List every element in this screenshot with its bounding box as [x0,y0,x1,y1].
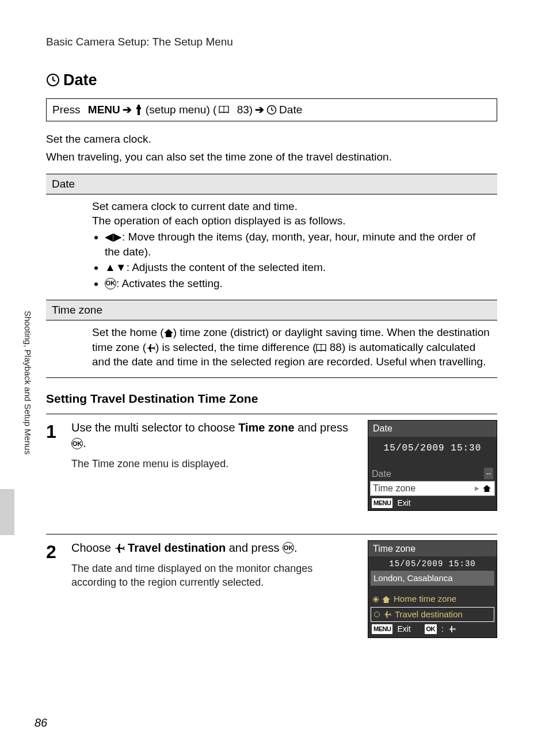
screen2-opt1-label: Home time zone [394,593,456,605]
steps-list: 1 Use the multi selector to choose Time … [46,414,497,660]
screen2-opt2-label: Travel destination [395,609,463,620]
step-1-desc: The Time zone menu is displayed. [71,457,354,471]
wrench-icon [134,105,143,115]
screen1-title: Date [368,421,497,437]
home-icon [482,484,492,492]
manual-page: Basic Camera Setup: The Setup Menu Date … [0,0,549,756]
clock-icon [266,105,277,115]
table-body-timezone: Set the home () time zone (district) or … [46,320,497,377]
side-tab [0,489,14,535]
triangle-right-icon [113,231,122,243]
screen2-title: Time zone [368,541,497,557]
camera-screen-1: Date 15/05/2009 15:30 Date -- Time zone … [368,420,497,510]
step-1-lead-b: Time zone [238,421,294,434]
screen1-row1-label: Date [372,468,391,480]
nav-date-text: Date [279,102,302,117]
screen1-row-date: Date -- [368,467,497,482]
plane-icon [448,626,456,632]
nav-press: Press [52,102,81,117]
date-bullet-1-text: : Move through the items (day, month, ye… [105,231,475,258]
page-number: 86 [35,715,47,731]
step-2-lead-b: Travel destination [128,541,226,554]
plane-icon [115,544,125,553]
camera-screen-2: Time zone 15/05/2009 15:30 London, Casab… [368,540,497,638]
triangle-down-icon [116,261,127,273]
radio-off-icon [374,612,380,617]
home-icon [164,329,173,337]
date-bullet-3: OK: Activates the setting. [105,276,491,291]
table-body-date: Set camera clock to current date and tim… [46,194,497,300]
options-table: Date Set camera clock to current date an… [46,174,497,378]
subheading-travel: Setting Travel Destination Time Zone [46,391,497,407]
screen2-option-home: Home time zone [368,591,497,606]
step-1-lead-c: and press [295,421,348,434]
intro-p1: Set the camera clock. [46,132,497,147]
book-icon [219,106,229,114]
step-number: 1 [46,420,63,510]
tz-text-1: Set the home ( [92,326,164,338]
arrow-right-icon: ➔ [255,102,264,117]
step-1: 1 Use the multi selector to choose Time … [46,414,497,533]
menu-button-label: MENU [88,102,120,117]
date-bullet-3-text: : Activates the setting. [116,277,223,289]
navigation-path-box: Press MENU ➔ (setup menu) ( 83) ➔ Date [46,98,497,121]
screen2-footer: MENU Exit OK : [368,622,497,636]
ok-icon: OK [71,438,83,449]
screen1-footer: MENU Exit [368,496,497,510]
screen1-datetime: 15/05/2009 15:30 [368,437,497,460]
step-2: 2 Choose Travel destination and press OK… [46,534,497,661]
triangle-left-icon [105,231,113,243]
triangle-right-icon: ▶ [475,484,479,492]
step-2-lead-c: and press [226,541,283,554]
step-1-lead: Use the multi selector to choose Time zo… [71,420,354,451]
section-title: Date [46,70,497,90]
step-2-lead-a: Choose [71,541,115,554]
nav-setup-text: (setup menu) ( [146,102,217,117]
screen1-exit: Exit [397,498,410,509]
screen1-row2-label: Time zone [373,482,415,495]
plane-icon [383,611,391,618]
home-icon [382,596,390,603]
intro-text: Set the camera clock. When traveling, yo… [46,132,497,165]
screen1-row-timezone: Time zone ▶ [370,481,495,496]
date-desc-2: The operation of each option displayed i… [92,213,491,228]
screen1-row1-value: -- [484,468,493,479]
step-2-lead: Choose Travel destination and press OK. [71,540,354,556]
date-desc-1: Set camera clock to current date and tim… [92,199,491,214]
breadcrumb: Basic Camera Setup: The Setup Menu [46,35,497,49]
date-bullet-2-text: : Adjusts the content of the selected it… [127,261,326,273]
screen2-location: London, Casablanca [371,571,494,586]
menu-chip: MENU [372,624,392,634]
triangle-up-icon [105,261,116,273]
ok-chip: OK [425,624,437,634]
tz-text-3: ) is selected, the time difference ( [155,341,317,353]
screen2-option-travel: Travel destination [371,607,494,622]
table-header-date: Date [46,174,497,194]
menu-chip: MENU [372,498,392,508]
side-section-label: Shooting, Playback and Setup Menus [22,311,33,455]
book-icon [316,344,326,352]
table-header-timezone: Time zone [46,300,497,320]
nav-pageref: 83) [237,102,253,117]
section-title-text: Date [63,70,97,90]
step-1-lead-a: Use the multi selector to choose [71,421,238,434]
date-bullet-1: : Move through the items (day, month, ye… [105,230,491,259]
step-number: 2 [46,540,63,638]
plane-icon [146,344,155,352]
date-bullet-2: : Adjusts the content of the selected it… [105,260,491,275]
screen2-exit: Exit [397,624,410,635]
arrow-right-icon: ➔ [123,102,132,117]
clock-icon [46,73,60,87]
intro-p2: When traveling, you can also set the tim… [46,150,497,165]
radio-on-icon [373,597,379,602]
screen2-datetime: 15/05/2009 15:30 [368,556,497,571]
step-2-desc: The date and time displayed on the monit… [71,562,354,590]
ok-icon: OK [105,278,116,289]
ok-icon: OK [283,542,294,553]
